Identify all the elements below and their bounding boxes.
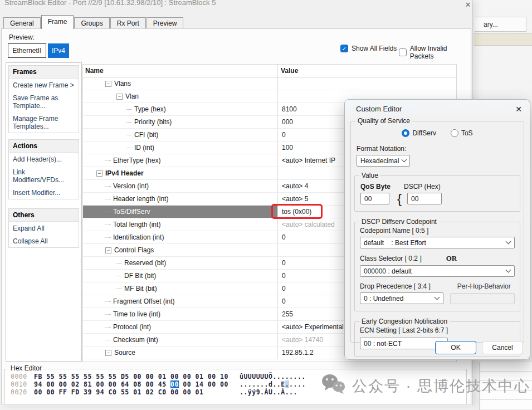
checkbox-checked-icon[interactable]: ✓ <box>340 45 348 52</box>
dscp-hex-label: DSCP (Hex) <box>404 183 441 191</box>
tree-leaf-tick <box>105 314 111 315</box>
class-selector-select[interactable]: 000000 : default <box>360 265 515 277</box>
brace-glyph: { <box>397 193 402 204</box>
name-column-header: Name <box>83 65 278 77</box>
tree-leaf-tick <box>105 224 111 225</box>
sidebar-item-insert-modifier[interactable]: Insert Modifier... <box>9 186 79 199</box>
dialog-close-icon[interactable]: ✕ <box>515 105 522 114</box>
radio-unselected-icon[interactable] <box>451 129 458 137</box>
per-hop-behavior-field-disabled <box>450 293 515 304</box>
ecn-setting-label: ECN Setting [ Last 2-bits 6:7 ] <box>360 326 515 334</box>
collapse-icon[interactable]: − <box>105 81 111 87</box>
format-notation-label: Format Notation: <box>357 145 520 153</box>
collapse-icon[interactable]: − <box>116 94 123 100</box>
window-title: StreamBlock Editor - Port //2/9 [10.61.3… <box>4 0 216 7</box>
tab-preview[interactable]: Preview <box>147 17 184 29</box>
qos-group-label: Quality of Service <box>355 117 412 125</box>
codepoint-name-label: Codepoint Name [ 0:5 ] <box>360 227 515 235</box>
tab-bar: General Frame Groups Rx Port Preview <box>3 16 184 29</box>
watermark: 公众号 · 思博伦技术中心 <box>321 373 530 398</box>
others-section-title: Others <box>9 209 79 222</box>
selected-byte[interactable]: 00 <box>170 380 179 388</box>
sidebar-item-save-frame-as-template[interactable]: Save Frame as Template... <box>9 91 79 112</box>
tree-leaf-tick <box>105 212 111 212</box>
tree-leaf-tick <box>105 160 111 161</box>
radio-selected-icon[interactable] <box>402 129 409 137</box>
chevron-down-icon <box>506 239 511 245</box>
show-all-fields-label: Show All Fields <box>352 45 397 52</box>
wechat-icon <box>321 373 346 398</box>
ethernetii-button[interactable]: EthernetII <box>8 43 46 58</box>
tree-leaf-tick <box>116 289 122 289</box>
task-sidebar: Frames Create new Frame > Save Frame as … <box>6 62 82 362</box>
hex-offset: 0020 <box>11 388 34 396</box>
tree-leaf-tick <box>126 135 132 135</box>
codepoint-name-select[interactable]: default : Best Effort <box>360 237 515 248</box>
tree-leaf-tick <box>105 237 111 238</box>
chevron-down-icon <box>435 295 440 300</box>
chevron-down-icon <box>506 267 511 273</box>
per-hop-behavior-label: Per-Hop-Behavior <box>457 282 511 290</box>
table-row-vlans[interactable]: −Vlans <box>83 77 456 90</box>
tree-leaf-tick <box>105 199 111 199</box>
class-selector-label: Class Selector [ 0:2 ] <box>360 255 422 262</box>
tree-leaf-tick <box>126 109 132 110</box>
tree-leaf-tick <box>105 327 111 328</box>
sidebar-item-manage-frame-templates[interactable]: Manage Frame Templates... <box>9 112 79 133</box>
ipv4-button[interactable]: IPv4 <box>48 43 69 58</box>
drop-precedence-select[interactable]: 0 : Undefined <box>360 292 443 304</box>
tab-groups[interactable]: Groups <box>74 17 109 29</box>
format-notation-select[interactable]: Hexadecimal <box>357 155 410 167</box>
drop-precedence-label: Drop Precedence [ 3:4 ] <box>360 282 431 290</box>
watermark-text: 公众号 · 思博伦技术中心 <box>352 376 530 396</box>
sidebar-item-link-modifiers-vfds[interactable]: Link Modifiers/VFDs... <box>9 165 79 186</box>
tab-frame[interactable]: Frame <box>41 15 74 29</box>
quality-of-service-group: Quality of Service DiffServ ToS Format N… <box>350 121 524 343</box>
hex-offset: 0010 <box>11 380 34 388</box>
sidebar-item-create-new-frame[interactable]: Create new Frame > <box>9 79 79 91</box>
cancel-button[interactable]: Cancel <box>482 341 523 354</box>
or-label: OR <box>446 254 457 263</box>
ecn-group-label: Early Congestion Notification <box>359 318 450 325</box>
tab-rx-port[interactable]: Rx Port <box>110 17 146 29</box>
title-bar: StreamBlock Editor - Port //2/9 [10.61.3… <box>0 0 472 16</box>
background-partial-tab[interactable]: ary... <box>475 17 526 32</box>
value-column-header: Value <box>278 65 456 77</box>
show-all-fields-option[interactable]: ✓ Show All Fields <box>340 45 397 52</box>
collapse-icon[interactable]: − <box>96 170 103 177</box>
hex-offset: 0000 <box>11 373 34 380</box>
value-group-label: Value <box>359 172 380 179</box>
dscp-diffserv-codepoint-group: DSCP Diffserv Codepoint Codepoint Name [… <box>354 222 520 311</box>
tree-leaf-tick <box>126 122 132 123</box>
red-annotation-rectangle <box>271 204 323 219</box>
dscp-hex-input[interactable]: 00 <box>407 193 442 204</box>
checkbox-unchecked-icon[interactable] <box>399 48 407 56</box>
tab-general[interactable]: General <box>3 17 41 29</box>
chevron-down-icon <box>402 157 407 163</box>
qos-byte-label: QoS Byte <box>360 183 404 191</box>
tos-radio[interactable]: ToS <box>451 129 473 137</box>
table-header: Name Value <box>83 65 456 77</box>
sidebar-item-expand-all[interactable]: Expand All <box>9 222 79 235</box>
qos-byte-input[interactable]: 00 <box>360 193 389 204</box>
allow-invalid-packets-label: Allow Invalid Packets <box>410 45 472 60</box>
allow-invalid-packets-option[interactable]: Allow Invalid Packets <box>399 45 472 60</box>
dialog-title: Custom Editor <box>349 105 525 113</box>
tree-leaf-tick <box>126 148 132 148</box>
tree-leaf-tick <box>105 340 111 340</box>
close-icon[interactable]: ✕ <box>463 1 472 9</box>
sidebar-item-add-headers[interactable]: Add Header(s)... <box>9 153 79 165</box>
dscp-group-label: DSCP Diffserv Codepoint <box>359 218 439 226</box>
selected-ascii-char: . <box>285 380 289 388</box>
background-toolbar <box>474 33 532 46</box>
ok-button[interactable]: OK <box>435 341 476 354</box>
sidebar-item-collapse-all[interactable]: Collapse All <box>9 235 79 247</box>
collapse-icon[interactable]: − <box>105 350 111 356</box>
frames-section-title: Frames <box>9 66 79 79</box>
tree-leaf-tick <box>105 186 111 187</box>
collapse-icon[interactable]: − <box>105 247 111 253</box>
actions-section: Actions Add Header(s)... Link Modifiers/… <box>8 139 79 199</box>
preview-label: Preview: <box>9 33 35 41</box>
tree-leaf-tick <box>116 263 122 263</box>
diffserv-radio[interactable]: DiffServ <box>402 129 436 137</box>
